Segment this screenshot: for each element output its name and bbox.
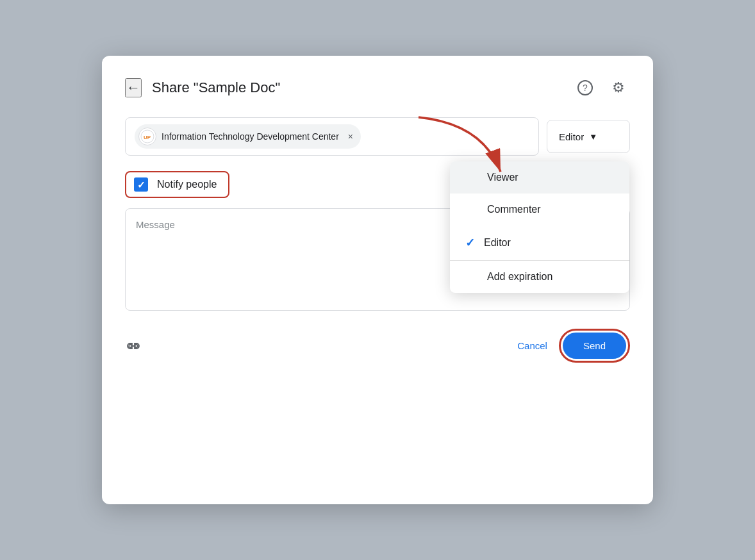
message-placeholder: Message (136, 219, 175, 230)
dropdown-item-add-expiration[interactable]: Add expiration (450, 261, 629, 293)
link-icon (125, 341, 142, 351)
svg-text:UP: UP (144, 135, 151, 140)
recipient-field[interactable]: UP Information Technology Development Ce… (125, 117, 539, 156)
send-button-wrapper: Send (559, 329, 630, 363)
help-icon: ? (577, 80, 593, 95)
settings-button[interactable]: ⚙ (607, 76, 630, 99)
header-icons: ? ⚙ (574, 76, 630, 99)
viewer-label: Viewer (487, 172, 519, 183)
share-row-container: UP Information Technology Development Ce… (125, 117, 630, 156)
send-button[interactable]: Send (563, 333, 626, 359)
dropdown-item-editor[interactable]: ✓ Editor (450, 226, 629, 260)
title-group: ← Share "Sample Doc" (125, 78, 280, 97)
back-button[interactable]: ← (125, 78, 142, 97)
notify-people-label: Notify people (157, 179, 217, 190)
share-dialog: ← Share "Sample Doc" ? ⚙ (102, 56, 653, 504)
share-row: UP Information Technology Development Ce… (125, 117, 630, 156)
dialog-header: ← Share "Sample Doc" ? ⚙ (125, 76, 630, 99)
notify-checkbox-wrapper[interactable]: ✓ Notify people (125, 171, 229, 198)
role-dropdown-menu: Viewer Commenter ✓ Editor Add expiration (450, 161, 629, 293)
role-dropdown[interactable]: Editor ▼ Viewer Commenter ✓ Editor (547, 120, 630, 153)
cancel-button[interactable]: Cancel (517, 340, 547, 351)
footer-right: Cancel Send (517, 329, 630, 363)
selected-role-label: Editor (559, 131, 584, 142)
copy-link-button[interactable] (125, 341, 142, 351)
recipient-name: Information Technology Development Cente… (162, 131, 339, 142)
chip-close-button[interactable]: × (348, 131, 353, 142)
dialog-title: Share "Sample Doc" (152, 79, 280, 96)
notify-checkbox[interactable]: ✓ (134, 177, 148, 192)
editor-label: Editor (484, 237, 511, 249)
add-expiration-label: Add expiration (487, 271, 552, 283)
commenter-label: Commenter (487, 204, 541, 215)
editor-checkmark-icon: ✓ (465, 236, 475, 250)
checkbox-checkmark-icon: ✓ (137, 180, 145, 190)
dialog-footer: Cancel Send (125, 329, 630, 363)
org-logo: UP (138, 128, 156, 145)
gear-icon: ⚙ (612, 79, 625, 96)
dropdown-item-commenter[interactable]: Commenter (450, 194, 629, 226)
dropdown-item-viewer[interactable]: Viewer (450, 161, 629, 194)
dropdown-arrow-icon: ▼ (589, 132, 597, 142)
help-button[interactable]: ? (574, 76, 597, 99)
recipient-chip: UP Information Technology Development Ce… (135, 124, 361, 149)
